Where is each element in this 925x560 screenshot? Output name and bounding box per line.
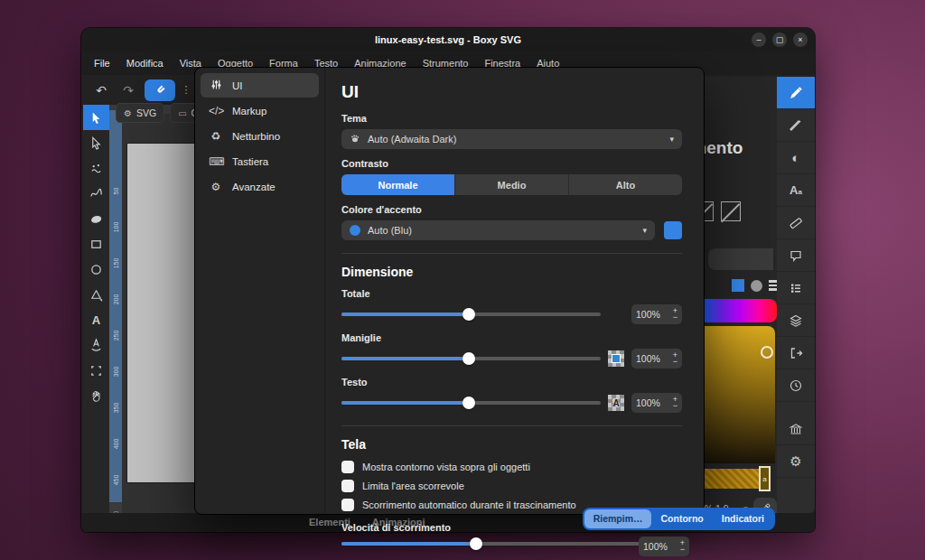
vertical-ruler: 50 100 150 200 250 300 350 400 450 500 [109,105,122,513]
fill-panel: Riempimento a 7% 1.9… ▾ [705,77,777,513]
compositing-panel-tab[interactable]: ◐ [777,142,815,174]
sidebar-item-label: UI [232,80,243,91]
titlebar[interactable]: linux-easy-test.svg - Boxy SVG – ▢ × [81,28,815,51]
contrast-option-medio[interactable]: Medio [455,174,569,195]
none-paint-icon[interactable] [721,201,741,221]
text-tool[interactable]: A [83,307,109,332]
tools-sidebar: A [83,105,109,513]
polygon-tool[interactable] [83,282,109,307]
freehand-tool[interactable] [83,181,109,206]
slider-thumb[interactable] [462,352,475,365]
bank-icon [789,422,803,436]
accent-row: Auto (Blu) ▾ [341,220,682,240]
minimize-button[interactable]: – [752,33,766,47]
node-select-tool[interactable] [83,130,109,155]
theme-select[interactable]: Auto (Adwaita Dark) ▾ [341,129,682,149]
gradient-icon[interactable] [751,280,762,292]
velocita-slider[interactable] [341,542,640,546]
corners-icon [89,364,103,378]
maximize-button[interactable]: ▢ [772,33,787,47]
maniglie-spinner[interactable]: 100% +− [631,349,682,369]
tweak-tool[interactable] [83,155,109,181]
accent-select[interactable]: Auto (Blu) ▾ [341,220,655,240]
contrast-option-normale[interactable]: Normale [341,174,455,195]
slider-thumb[interactable] [462,308,475,321]
gear-icon: ⚙ [209,181,223,193]
testo-spinner[interactable]: 100% +− [631,393,682,413]
slider-fill [341,542,476,546]
meta-panel-tab[interactable] [777,239,815,272]
elements-panel-tab[interactable] [777,272,815,304]
testo-slider[interactable] [341,401,601,405]
contrast-option-alto[interactable]: Alto [569,174,682,195]
view-tool[interactable] [83,358,109,383]
minus-icon[interactable]: − [680,546,685,553]
snap-options-icon[interactable]: ⋮ [181,84,192,96]
export-panel-tab[interactable] [777,337,815,369]
ruler-tick: 200 [113,294,119,306]
totale-slider[interactable] [341,313,601,316]
slider-thumb[interactable] [470,537,482,550]
generators-panel-tab[interactable]: ⚙ [777,445,815,478]
text-path-tool[interactable] [83,332,109,358]
color-selector-ring[interactable] [761,346,773,359]
tab-riempimento[interactable]: Riempim… [584,509,652,528]
maniglie-slider[interactable] [341,357,601,360]
undo-icon[interactable]: ↶ [90,80,112,100]
typography-panel-tab[interactable]: Aa [777,174,815,207]
history-panel-tab[interactable] [777,369,815,402]
minus-icon[interactable]: − [673,403,677,409]
sidebar-item-label: Netturbino [232,131,280,142]
sidebar-item-ui[interactable]: UI [201,73,319,98]
slider-label-testo: Testo [341,377,682,387]
stroke-panel-tab[interactable] [777,109,815,142]
text-a-icon: A [92,313,100,327]
geometry-panel-tab[interactable] [777,207,815,239]
desktop: linux-easy-test.svg - Boxy SVG – ▢ × Fil… [0,0,925,560]
snap-magnet-button[interactable] [145,79,175,101]
library-panel-tab[interactable] [777,413,815,445]
totale-spinner[interactable]: 100% +− [631,304,682,324]
defs-panel-tab[interactable] [777,304,815,337]
circle-tool[interactable] [83,257,109,282]
solid-color-icon[interactable] [732,279,744,292]
svg-page[interactable] [127,144,204,482]
menu-modifica[interactable]: Modifica [126,58,164,69]
breadcrumb-svg[interactable]: ⚙ SVG [116,103,164,123]
code-icon: </> [209,105,223,117]
ruler-tick: 50 [113,185,119,198]
pan-tool[interactable] [83,383,109,408]
rect-tool[interactable] [83,231,109,257]
alpha-handle[interactable]: a [759,466,771,491]
velocita-spinner[interactable]: 100% +− [639,537,689,556]
fill-panel-tab[interactable] [777,77,815,109]
color-name-input[interactable] [708,248,773,270]
divider [341,253,682,254]
checkbox-scorrimento-auto[interactable] [341,499,354,511]
paint-target-tabs: Riempim… Contorno Indicatori [583,508,775,530]
export-icon [789,346,803,360]
sidebar-item-tastiera[interactable]: ⌨ Tastiera [201,149,319,173]
menu-file[interactable]: File [94,58,110,69]
select-tool[interactable] [83,105,109,130]
checkbox-label: Scorrimento automatico durante il trasci… [362,499,576,510]
sidebar-item-markup[interactable]: </> Markup [201,98,319,123]
redo-icon[interactable]: ↷ [117,80,139,100]
tab-contorno[interactable]: Contorno [651,509,712,528]
hue-slider[interactable] [705,299,777,322]
checkbox-limita-area[interactable] [341,480,354,492]
minus-icon[interactable]: − [673,314,677,321]
alpha-slider[interactable]: a [705,469,770,489]
checkbox-mostra-contorno[interactable] [341,461,354,473]
close-button[interactable]: × [793,33,808,47]
blob-tool[interactable] [83,206,109,231]
sidebar-item-netturbino[interactable]: ♻ Netturbino [201,124,319,148]
saturation-value-picker[interactable] [705,326,775,463]
hand-icon [89,389,103,403]
sidebar-item-avanzate[interactable]: ⚙ Avanzate [201,174,319,199]
minus-icon[interactable]: − [673,359,677,365]
slider-thumb[interactable] [462,397,475,409]
theme-value: Auto (Adwaita Dark) [368,134,456,145]
accent-color-swatch[interactable] [664,221,682,239]
tab-indicatori[interactable]: Indicatori [713,509,773,528]
